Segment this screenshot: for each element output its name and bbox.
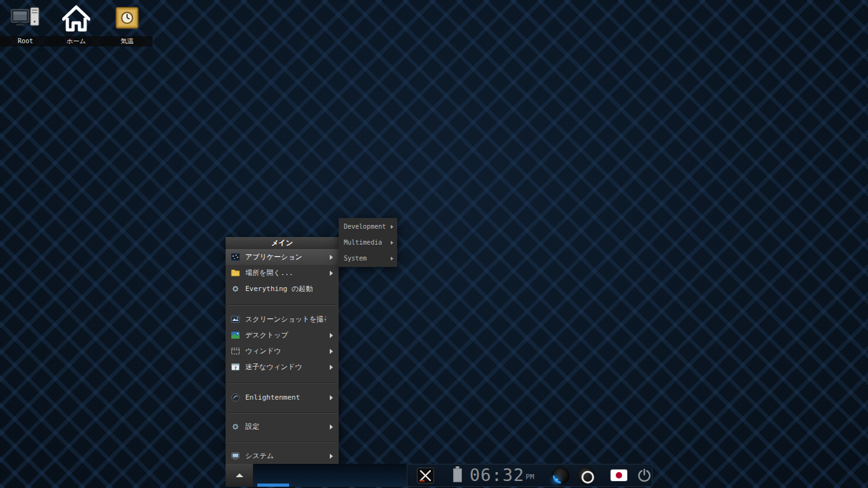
menu-item-label: 場所を開く...: [245, 268, 326, 278]
menu-item-label: Everything の起動: [245, 284, 326, 294]
shelf-expand-button[interactable]: [226, 464, 254, 487]
pager-window[interactable]: [257, 484, 289, 487]
power-button[interactable]: [637, 468, 652, 483]
submenu-item-system[interactable]: System: [339, 250, 397, 266]
menu-item-windows[interactable]: ウィンドウ: [226, 343, 339, 359]
menu-item-label: Enlightenment: [245, 393, 326, 402]
desktop-icon-label: ホーム: [51, 36, 102, 46]
submenu-arrow-icon: [330, 395, 333, 400]
lost-window-icon: ?: [231, 362, 240, 372]
desktop-icon-root[interactable]: Root: [0, 3, 51, 46]
desktop-icon-label: Root: [0, 36, 51, 46]
main-menu: メイン アプリケーション 場所を開く... Everything の起動 スクリ…: [226, 237, 339, 464]
submenu-arrow-icon: [330, 424, 333, 430]
submenu-arrow-icon: [330, 349, 333, 354]
menu-item-system[interactable]: システム: [226, 448, 339, 464]
enlightenment-icon: [231, 393, 240, 402]
submenu-item-development[interactable]: Development: [339, 219, 397, 234]
everything-gear-icon: [231, 284, 240, 294]
desktop-icon: [231, 330, 240, 340]
temperature-clock-icon: [114, 3, 140, 34]
desktop-icon-label: 気温: [102, 36, 153, 46]
menu-item-run-everything[interactable]: Everything の起動: [226, 281, 339, 297]
menu-item-label: スクリーンショットを撮る: [245, 315, 326, 324]
submenu-arrow-icon: [330, 454, 333, 459]
clock-gadget[interactable]: 06:32 PM: [470, 466, 534, 485]
menu-item-label: System: [344, 255, 388, 262]
menu-separator: [226, 435, 339, 448]
menu-separator: [226, 297, 339, 311]
desktop-icon-home[interactable]: ホーム: [51, 3, 102, 46]
desktop-icon-temperature[interactable]: 気温: [102, 3, 153, 46]
clock-time: 06:32: [470, 466, 524, 485]
menu-item-applications[interactable]: アプリケーション: [226, 249, 339, 265]
submenu-arrow-icon: [330, 255, 333, 260]
chevron-up-icon: [236, 473, 243, 477]
menu-item-take-screenshot[interactable]: スクリーンショットを撮る: [226, 311, 339, 327]
screenshot-icon: [231, 315, 240, 324]
menu-item-label: アプリケーション: [245, 252, 326, 262]
menu-item-open-places[interactable]: 場所を開く...: [226, 265, 339, 281]
submenu-arrow-icon: [330, 365, 333, 370]
menu-item-label: システム: [245, 451, 326, 461]
bottom-shelf: 06:32 PM: [226, 464, 645, 488]
menu-separator: [226, 405, 339, 419]
submenu-arrow-icon: [330, 333, 333, 338]
submenu-arrow-icon: [391, 225, 393, 229]
menu-item-label: デスクトップ: [245, 330, 326, 340]
applications-submenu: Development Multimedia System: [339, 218, 397, 267]
shelf-gadget-area: 06:32 PM: [407, 464, 653, 487]
menu-item-label: 迷子なウィンドウ: [245, 362, 326, 372]
menu-item-label: 設定: [245, 422, 326, 431]
dial-needle-glow: [555, 478, 558, 482]
menu-item-label: ウィンドウ: [245, 346, 326, 356]
applications-icon: [231, 252, 240, 262]
window-icon: [231, 346, 240, 356]
menu-item-enlightenment[interactable]: Enlightenment: [226, 390, 339, 405]
menu-item-label: Development: [344, 223, 388, 230]
submenu-arrow-icon: [330, 271, 333, 276]
terminal-launcher[interactable]: [417, 468, 434, 484]
gear-icon: [231, 422, 240, 431]
mixer-gadget[interactable]: [578, 467, 595, 484]
cpu-dial-gadget[interactable]: [552, 467, 569, 484]
submenu-item-multimedia[interactable]: Multimedia: [339, 234, 397, 250]
battery-icon[interactable]: [453, 468, 462, 482]
submenu-arrow-icon: [391, 257, 393, 261]
submenu-arrow-icon: [391, 241, 393, 245]
main-menu-title: メイン: [226, 237, 339, 249]
clock-period: PM: [526, 473, 534, 481]
svg-text:?: ?: [234, 366, 236, 371]
computer-icon: [11, 3, 40, 34]
home-icon: [62, 3, 90, 34]
folder-icon: [231, 268, 240, 278]
menu-separator: [226, 375, 339, 390]
menu-item-desktop[interactable]: デスクトップ: [226, 327, 339, 343]
menu-item-lost-windows[interactable]: ? 迷子なウィンドウ: [226, 359, 339, 375]
pager[interactable]: [254, 464, 407, 487]
menu-item-settings[interactable]: 設定: [226, 419, 339, 435]
keyboard-layout-flag-jp[interactable]: [611, 470, 627, 481]
desktop-icon-area: Root ホーム 気温: [0, 3, 153, 46]
menu-item-label: Multimedia: [344, 239, 388, 246]
monitor-icon: [231, 451, 240, 461]
